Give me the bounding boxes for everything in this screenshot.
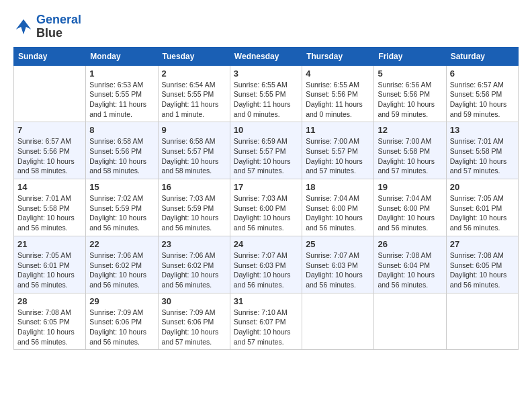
day-info: Sunrise: 7:00 AMSunset: 5:58 PMDaylight:… (378, 136, 442, 176)
calendar-header-row: SundayMondayTuesdayWednesdayThursdayFrid… (14, 47, 519, 65)
calendar-cell: 17Sunrise: 7:03 AMSunset: 6:00 PMDayligh… (230, 179, 302, 236)
day-number: 8 (89, 125, 154, 135)
day-number: 7 (17, 125, 82, 135)
day-info: Sunrise: 7:04 AMSunset: 6:00 PMDaylight:… (378, 193, 442, 233)
header-thursday: Thursday (302, 47, 374, 65)
calendar-cell: 18Sunrise: 7:04 AMSunset: 6:00 PMDayligh… (302, 179, 374, 236)
day-number: 11 (306, 125, 370, 135)
calendar-cell: 28Sunrise: 7:08 AMSunset: 6:05 PMDayligh… (14, 293, 86, 350)
calendar-cell: 23Sunrise: 7:06 AMSunset: 6:02 PMDayligh… (158, 236, 230, 293)
calendar-cell: 26Sunrise: 7:08 AMSunset: 6:04 PMDayligh… (374, 236, 446, 293)
calendar-cell (446, 293, 518, 350)
day-number: 22 (89, 239, 154, 249)
day-info: Sunrise: 7:06 AMSunset: 6:02 PMDaylight:… (162, 250, 226, 290)
day-number: 3 (234, 68, 298, 79)
day-info: Sunrise: 7:06 AMSunset: 6:02 PMDaylight:… (89, 250, 154, 290)
calendar-cell (14, 65, 86, 122)
day-info: Sunrise: 7:00 AMSunset: 5:57 PMDaylight:… (306, 136, 370, 176)
day-number: 27 (450, 239, 515, 249)
logo: General Blue (13, 13, 81, 40)
header-tuesday: Tuesday (158, 47, 230, 65)
day-info: Sunrise: 7:05 AMSunset: 6:01 PMDaylight:… (450, 193, 515, 233)
day-info: Sunrise: 7:08 AMSunset: 6:05 PMDaylight:… (450, 250, 515, 290)
day-number: 17 (234, 182, 298, 192)
page-header: General Blue (13, 13, 519, 40)
calendar-cell: 19Sunrise: 7:04 AMSunset: 6:00 PMDayligh… (374, 179, 446, 236)
calendar-cell: 22Sunrise: 7:06 AMSunset: 6:02 PMDayligh… (86, 236, 158, 293)
calendar-cell: 16Sunrise: 7:03 AMSunset: 5:59 PMDayligh… (158, 179, 230, 236)
day-number: 12 (378, 125, 442, 135)
day-info: Sunrise: 7:10 AMSunset: 6:07 PMDaylight:… (234, 308, 298, 347)
day-info: Sunrise: 6:56 AMSunset: 5:56 PMDaylight:… (378, 80, 442, 120)
logo-text: General Blue (36, 13, 81, 40)
calendar-table: SundayMondayTuesdayWednesdayThursdayFrid… (13, 47, 519, 351)
calendar-cell: 3Sunrise: 6:55 AMSunset: 5:55 PMDaylight… (230, 65, 302, 122)
calendar-cell (374, 293, 446, 350)
calendar-cell: 9Sunrise: 6:58 AMSunset: 5:57 PMDaylight… (158, 122, 230, 179)
day-number: 30 (162, 296, 226, 306)
calendar-cell: 2Sunrise: 6:54 AMSunset: 5:55 PMDaylight… (158, 65, 230, 122)
day-info: Sunrise: 7:05 AMSunset: 6:01 PMDaylight:… (17, 250, 82, 290)
day-info: Sunrise: 6:59 AMSunset: 5:57 PMDaylight:… (234, 136, 298, 176)
day-number: 29 (89, 296, 154, 306)
header-saturday: Saturday (446, 47, 518, 65)
day-number: 5 (378, 68, 442, 79)
day-info: Sunrise: 6:54 AMSunset: 5:55 PMDaylight:… (162, 80, 226, 120)
day-info: Sunrise: 7:01 AMSunset: 5:58 PMDaylight:… (450, 136, 515, 176)
day-number: 15 (89, 182, 154, 192)
calendar-cell: 20Sunrise: 7:05 AMSunset: 6:01 PMDayligh… (446, 179, 518, 236)
calendar-cell: 31Sunrise: 7:10 AMSunset: 6:07 PMDayligh… (230, 293, 302, 350)
day-info: Sunrise: 7:04 AMSunset: 6:00 PMDaylight:… (306, 193, 370, 233)
header-wednesday: Wednesday (230, 47, 302, 65)
calendar-cell: 30Sunrise: 7:09 AMSunset: 6:06 PMDayligh… (158, 293, 230, 350)
calendar-week-1: 1Sunrise: 6:53 AMSunset: 5:55 PMDaylight… (14, 65, 519, 122)
day-number: 28 (17, 296, 82, 306)
day-info: Sunrise: 6:55 AMSunset: 5:56 PMDaylight:… (306, 80, 370, 120)
day-info: Sunrise: 7:09 AMSunset: 6:06 PMDaylight:… (162, 308, 226, 347)
day-info: Sunrise: 7:07 AMSunset: 6:03 PMDaylight:… (306, 250, 370, 290)
calendar-week-5: 28Sunrise: 7:08 AMSunset: 6:05 PMDayligh… (14, 293, 519, 350)
calendar-cell: 8Sunrise: 6:58 AMSunset: 5:56 PMDaylight… (86, 122, 158, 179)
day-number: 31 (234, 296, 298, 306)
day-number: 2 (162, 68, 226, 79)
calendar-cell: 27Sunrise: 7:08 AMSunset: 6:05 PMDayligh… (446, 236, 518, 293)
calendar-cell: 4Sunrise: 6:55 AMSunset: 5:56 PMDaylight… (302, 65, 374, 122)
header-sunday: Sunday (14, 47, 86, 65)
day-info: Sunrise: 6:58 AMSunset: 5:57 PMDaylight:… (162, 136, 226, 176)
calendar-cell: 13Sunrise: 7:01 AMSunset: 5:58 PMDayligh… (446, 122, 518, 179)
day-info: Sunrise: 6:58 AMSunset: 5:56 PMDaylight:… (89, 136, 154, 176)
day-info: Sunrise: 6:57 AMSunset: 5:56 PMDaylight:… (450, 80, 515, 120)
day-info: Sunrise: 7:07 AMSunset: 6:03 PMDaylight:… (234, 250, 298, 290)
calendar-cell: 10Sunrise: 6:59 AMSunset: 5:57 PMDayligh… (230, 122, 302, 179)
day-number: 14 (17, 182, 82, 192)
header-monday: Monday (86, 47, 158, 65)
day-number: 16 (162, 182, 226, 192)
day-info: Sunrise: 7:08 AMSunset: 6:04 PMDaylight:… (378, 250, 442, 290)
calendar-cell: 24Sunrise: 7:07 AMSunset: 6:03 PMDayligh… (230, 236, 302, 293)
day-number: 4 (306, 68, 370, 79)
day-info: Sunrise: 7:08 AMSunset: 6:05 PMDaylight:… (17, 308, 82, 347)
calendar-cell: 6Sunrise: 6:57 AMSunset: 5:56 PMDaylight… (446, 65, 518, 122)
svg-marker-0 (16, 19, 32, 35)
day-number: 9 (162, 125, 226, 135)
day-info: Sunrise: 6:55 AMSunset: 5:55 PMDaylight:… (234, 80, 298, 120)
day-number: 13 (450, 125, 515, 135)
calendar-week-2: 7Sunrise: 6:57 AMSunset: 5:56 PMDaylight… (14, 122, 519, 179)
day-info: Sunrise: 7:03 AMSunset: 6:00 PMDaylight:… (234, 193, 298, 233)
day-number: 6 (450, 68, 515, 79)
calendar-cell: 14Sunrise: 7:01 AMSunset: 5:58 PMDayligh… (14, 179, 86, 236)
day-number: 25 (306, 239, 370, 249)
day-number: 18 (306, 182, 370, 192)
calendar-cell (302, 293, 374, 350)
calendar-week-4: 21Sunrise: 7:05 AMSunset: 6:01 PMDayligh… (14, 236, 519, 293)
day-info: Sunrise: 6:53 AMSunset: 5:55 PMDaylight:… (89, 80, 154, 120)
day-info: Sunrise: 6:57 AMSunset: 5:56 PMDaylight:… (17, 136, 82, 176)
calendar-week-3: 14Sunrise: 7:01 AMSunset: 5:58 PMDayligh… (14, 179, 519, 236)
day-number: 26 (378, 239, 442, 249)
day-info: Sunrise: 7:02 AMSunset: 5:59 PMDaylight:… (89, 193, 154, 233)
calendar-cell: 21Sunrise: 7:05 AMSunset: 6:01 PMDayligh… (14, 236, 86, 293)
calendar-cell: 15Sunrise: 7:02 AMSunset: 5:59 PMDayligh… (86, 179, 158, 236)
header-friday: Friday (374, 47, 446, 65)
calendar-cell: 11Sunrise: 7:00 AMSunset: 5:57 PMDayligh… (302, 122, 374, 179)
calendar-cell: 25Sunrise: 7:07 AMSunset: 6:03 PMDayligh… (302, 236, 374, 293)
